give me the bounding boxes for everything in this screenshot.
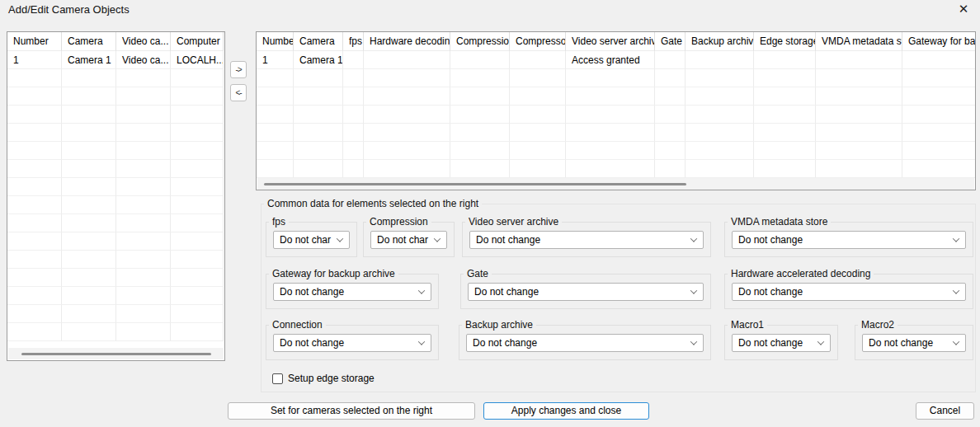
checkbox-box[interactable] [272, 373, 283, 384]
video-server-archive-dropdown[interactable]: Do not change [469, 231, 704, 249]
fps-dropdown[interactable]: Do not char [273, 231, 350, 249]
available-cameras-table[interactable]: NumberCameraVideo ca...Computer1Camera 1… [7, 31, 225, 361]
table-cell [171, 142, 224, 160]
column-header[interactable]: Compressor [510, 32, 566, 51]
table-cell [7, 142, 62, 160]
table-cell [450, 124, 510, 142]
right-table-horizontal-scrollbar[interactable] [257, 178, 974, 190]
table-cell [364, 142, 450, 160]
table-cell [257, 142, 294, 160]
gate-label: Gate [464, 268, 492, 279]
table-cell [62, 251, 116, 269]
table-cell: Camera 1 [294, 51, 343, 69]
table-cell [116, 232, 171, 251]
backup-archive-dropdown[interactable]: Do not change [466, 334, 704, 352]
table-cell [343, 69, 364, 87]
move-right-button[interactable]: -> [230, 61, 247, 78]
table-cell [116, 87, 171, 106]
table-cell [816, 69, 902, 87]
scrollbar-thumb[interactable] [264, 183, 686, 185]
table-cell [510, 124, 566, 142]
column-header[interactable]: Backup archive [686, 32, 754, 51]
macro2-label: Macro2 [858, 319, 898, 331]
table-cell [116, 160, 171, 178]
table-cell [171, 214, 224, 232]
setup-edge-storage-checkbox[interactable]: Setup edge storage [272, 373, 375, 384]
table-row [7, 269, 224, 287]
table-cell [7, 251, 62, 269]
compression-dropdown[interactable]: Do not char [370, 231, 447, 249]
table-cell [902, 87, 976, 106]
table-cell [116, 178, 171, 196]
table-row [7, 142, 224, 160]
table-cell [7, 160, 62, 178]
gateway-backup-dropdown[interactable]: Do not change [273, 283, 431, 301]
column-header[interactable]: Video server archive [566, 32, 655, 51]
column-header[interactable]: Camera [294, 32, 343, 51]
table-cell [7, 287, 62, 305]
table-cell [7, 196, 62, 214]
gate-dropdown[interactable]: Do not change [468, 283, 704, 301]
hw-decoding-dropdown[interactable]: Do not change [732, 283, 966, 301]
left-table-horizontal-scrollbar[interactable] [8, 348, 224, 359]
table-cell [754, 51, 816, 69]
table-cell [171, 87, 224, 106]
column-header[interactable]: Gate [655, 32, 686, 51]
column-header[interactable]: Gateway for ba [902, 32, 976, 51]
table-row [257, 142, 975, 160]
table-cell [655, 51, 686, 69]
column-header[interactable]: VMDA metadata store [816, 32, 902, 51]
close-icon[interactable]: ✕ [954, 1, 973, 17]
dialog-add-edit-camera-objects: { "window": { "title": "Add/Edit Camera … [0, 0, 980, 427]
table-row [257, 106, 975, 124]
table-row[interactable]: 1Camera 1Access granted [257, 51, 975, 69]
table-cell [294, 69, 343, 87]
chevron-down-icon [690, 235, 697, 242]
table-row [7, 305, 224, 323]
table-cell [364, 106, 450, 124]
selected-cameras-table[interactable]: NumberCamerafpsHardware decodingCompress… [256, 31, 976, 190]
column-header[interactable]: Compression [450, 32, 510, 51]
table-cell [171, 251, 224, 269]
set-for-cameras-button[interactable]: Set for cameras selected on the right [228, 402, 475, 420]
table-cell [816, 87, 902, 106]
table-row [257, 124, 975, 142]
scrollbar-thumb[interactable] [21, 353, 211, 355]
connection-dropdown[interactable]: Do not change [273, 334, 431, 352]
vmda-metadata-store-dropdown[interactable]: Do not change [732, 231, 966, 249]
table-cell [7, 232, 62, 251]
table-cell [116, 323, 171, 341]
table-cell [171, 69, 224, 87]
table-cell [686, 142, 754, 160]
column-header[interactable]: Number [7, 32, 62, 51]
move-left-button[interactable]: <- [230, 84, 247, 101]
compression-group: Compression Do not char [363, 216, 455, 257]
table-cell [566, 69, 655, 87]
table-cell [510, 106, 566, 124]
table-cell [7, 323, 62, 341]
table-cell [686, 106, 754, 124]
table-cell [566, 106, 655, 124]
column-header[interactable]: Computer [171, 32, 224, 51]
cancel-button[interactable]: Cancel [916, 402, 974, 420]
chevron-down-icon [953, 338, 959, 345]
column-header[interactable]: Video ca... [116, 32, 171, 51]
table-header-row: NumberCamerafpsHardware decodingCompress… [257, 32, 975, 51]
table-cell [510, 51, 566, 69]
table-row [7, 214, 224, 232]
macro2-value: Do not change [869, 337, 933, 349]
column-header[interactable]: Camera [62, 32, 116, 51]
macro2-dropdown[interactable]: Do not change [862, 334, 966, 352]
table-cell [655, 160, 686, 178]
table-cell [450, 160, 510, 178]
table-cell [62, 305, 116, 323]
macro1-dropdown[interactable]: Do not change [732, 334, 831, 352]
column-header[interactable]: Number [257, 32, 294, 51]
column-header[interactable]: Edge storage [754, 32, 816, 51]
apply-changes-button[interactable]: Apply changes and close [483, 402, 649, 420]
gateway-backup-group: Gateway for backup archive Do not change [266, 268, 439, 309]
table-row[interactable]: 1Camera 1Video ca...LOCALH... [7, 51, 224, 69]
table-cell [116, 106, 171, 124]
column-header[interactable]: Hardware decoding [364, 32, 450, 51]
column-header[interactable]: fps [343, 32, 364, 51]
